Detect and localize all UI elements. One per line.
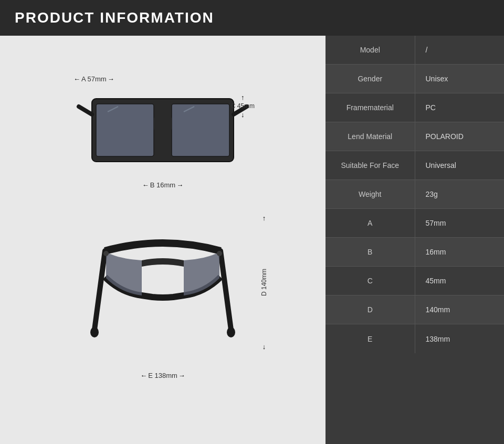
spec-key-2: Framematerial [326, 97, 415, 118]
svg-rect-2 [172, 104, 229, 156]
spec-key-7: B [326, 241, 415, 262]
top-view-glasses [79, 219, 247, 366]
bottom-view-area: ↑ D 140mm ↓ ← E 138mm → [42, 204, 284, 382]
spec-row-10: E138mm [326, 324, 504, 353]
measurement-d-label: D 140mm [260, 269, 268, 296]
spec-val-9: 140mm [415, 299, 505, 320]
spec-val-0: / [415, 39, 505, 60]
content: ← A 57mm → [0, 36, 504, 444]
spec-row-6: A57mm [326, 209, 504, 238]
page-title: PRODUCT INFORMATION [15, 9, 214, 26]
measurement-c-area: ↑ C 45mm ↓ [231, 93, 255, 119]
header: PRODUCT INFORMATION [0, 0, 504, 36]
svg-point-10 [90, 327, 99, 337]
spec-row-4: Suitable For FaceUniversal [326, 151, 504, 180]
svg-rect-1 [96, 104, 154, 156]
svg-point-13 [217, 251, 222, 256]
svg-rect-3 [154, 117, 172, 130]
spec-key-8: C [326, 270, 415, 291]
measurement-c-label: C 45mm [231, 102, 255, 110]
svg-line-4 [79, 107, 92, 114]
spec-key-10: E [326, 329, 415, 350]
spec-row-1: GenderUnisex [326, 65, 504, 93]
front-view-glasses [76, 78, 249, 183]
spec-key-0: Model [326, 39, 415, 60]
measurement-e-label: E 138mm [148, 372, 177, 379]
measurement-b-area: ← B 16mm → [142, 181, 183, 189]
svg-line-8 [94, 251, 105, 330]
spec-key-3: Lend Material [326, 126, 415, 147]
specs-table: Model/GenderUnisexFramematerialPCLend Ma… [326, 36, 504, 444]
measurement-e-area: ← E 138mm → [140, 372, 185, 379]
spec-val-1: Unisex [415, 68, 505, 89]
spec-key-4: Suitable For Face [326, 155, 415, 176]
spec-key-9: D [326, 299, 415, 320]
measurement-a-label: A 57mm [81, 75, 107, 83]
measurement-d-area: ↑ D 140mm ↓ [260, 214, 268, 351]
spec-val-2: PC [415, 97, 505, 118]
svg-point-11 [227, 327, 235, 337]
spec-val-7: 16mm [415, 241, 505, 262]
measurement-b-label: B 16mm [150, 181, 175, 189]
svg-point-12 [103, 251, 109, 256]
spec-row-9: D140mm [326, 295, 504, 324]
spec-key-6: A [326, 213, 415, 234]
spec-row-8: C45mm [326, 267, 504, 295]
spec-val-10: 138mm [415, 329, 505, 350]
spec-row-0: Model/ [326, 36, 504, 65]
spec-val-3: POLAROID [415, 126, 505, 147]
spec-val-8: 45mm [415, 270, 505, 291]
front-view-area: ← A 57mm → [42, 46, 284, 204]
spec-val-5: 23g [415, 184, 505, 205]
spec-key-1: Gender [326, 68, 415, 89]
spec-row-7: B16mm [326, 238, 504, 267]
svg-line-9 [220, 251, 231, 330]
spec-val-6: 57mm [415, 213, 505, 234]
spec-key-5: Weight [326, 184, 415, 205]
spec-row-2: FramematerialPC [326, 93, 504, 122]
spec-row-3: Lend MaterialPOLAROID [326, 122, 504, 151]
left-panel: ← A 57mm → [0, 36, 326, 444]
page: PRODUCT INFORMATION ← A 57mm → [0, 0, 504, 444]
spec-row-5: Weight23g [326, 180, 504, 209]
spec-val-4: Universal [415, 155, 505, 176]
measurement-a-arrow: ← A 57mm → [74, 75, 114, 83]
